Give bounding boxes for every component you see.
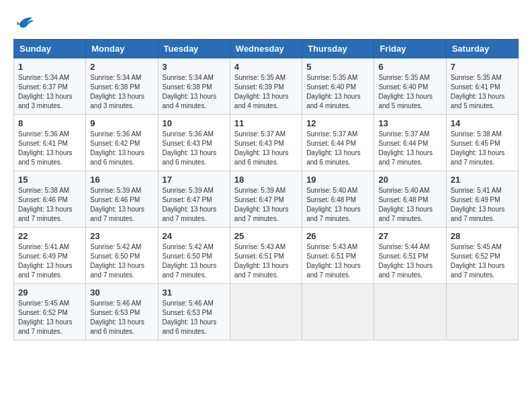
day-number: 29 bbox=[18, 287, 81, 298]
day-info: Sunrise: 5:34 AMSunset: 6:38 PMDaylight:… bbox=[90, 73, 153, 111]
day-number: 7 bbox=[451, 62, 514, 72]
calendar-cell: 21Sunrise: 5:41 AMSunset: 6:49 PMDayligh… bbox=[446, 171, 518, 228]
calendar-cell: 22Sunrise: 5:41 AMSunset: 6:49 PMDayligh… bbox=[14, 228, 86, 284]
day-info: Sunrise: 5:36 AMSunset: 6:41 PMDaylight:… bbox=[18, 130, 81, 167]
calendar-week-1: 1Sunrise: 5:34 AMSunset: 6:37 PMDaylight… bbox=[14, 58, 519, 115]
calendar-cell: 26Sunrise: 5:43 AMSunset: 6:51 PMDayligh… bbox=[302, 228, 374, 284]
calendar-cell: 5Sunrise: 5:35 AMSunset: 6:40 PMDaylight… bbox=[302, 58, 374, 115]
day-info: Sunrise: 5:38 AMSunset: 6:46 PMDaylight:… bbox=[18, 186, 81, 224]
day-info: Sunrise: 5:40 AMSunset: 6:48 PMDaylight:… bbox=[306, 186, 369, 224]
calendar-cell: 17Sunrise: 5:39 AMSunset: 6:47 PMDayligh… bbox=[158, 171, 230, 228]
day-info: Sunrise: 5:37 AMSunset: 6:44 PMDaylight:… bbox=[378, 130, 441, 167]
calendar-cell: 15Sunrise: 5:38 AMSunset: 6:46 PMDayligh… bbox=[14, 171, 86, 228]
day-info: Sunrise: 5:37 AMSunset: 6:44 PMDaylight:… bbox=[306, 130, 369, 167]
day-number: 6 bbox=[378, 62, 441, 72]
calendar-cell: 11Sunrise: 5:37 AMSunset: 6:43 PMDayligh… bbox=[230, 115, 302, 171]
day-info: Sunrise: 5:38 AMSunset: 6:45 PMDaylight:… bbox=[451, 130, 514, 167]
header-day-tuesday: Tuesday bbox=[158, 40, 230, 58]
day-number: 3 bbox=[163, 62, 226, 72]
day-number: 9 bbox=[90, 118, 153, 128]
calendar-cell: 19Sunrise: 5:40 AMSunset: 6:48 PMDayligh… bbox=[302, 171, 374, 228]
calendar-cell: 25Sunrise: 5:43 AMSunset: 6:51 PMDayligh… bbox=[230, 228, 302, 284]
calendar-cell: 20Sunrise: 5:40 AMSunset: 6:48 PMDayligh… bbox=[374, 171, 446, 228]
day-info: Sunrise: 5:42 AMSunset: 6:50 PMDaylight:… bbox=[90, 242, 153, 280]
day-number: 30 bbox=[90, 287, 153, 298]
calendar-cell: 13Sunrise: 5:37 AMSunset: 6:44 PMDayligh… bbox=[374, 115, 446, 171]
day-number: 19 bbox=[306, 175, 369, 185]
day-number: 4 bbox=[234, 62, 298, 72]
calendar-header: SundayMondayTuesdayWednesdayThursdayFrid… bbox=[14, 40, 519, 58]
calendar-cell: 23Sunrise: 5:42 AMSunset: 6:50 PMDayligh… bbox=[86, 228, 158, 284]
calendar-week-3: 15Sunrise: 5:38 AMSunset: 6:46 PMDayligh… bbox=[14, 171, 519, 228]
day-number: 22 bbox=[18, 231, 81, 241]
header-day-monday: Monday bbox=[86, 40, 158, 58]
day-info: Sunrise: 5:46 AMSunset: 6:53 PMDaylight:… bbox=[90, 299, 153, 336]
day-info: Sunrise: 5:41 AMSunset: 6:49 PMDaylight:… bbox=[18, 242, 81, 280]
calendar-cell: 1Sunrise: 5:34 AMSunset: 6:37 PMDaylight… bbox=[14, 58, 86, 115]
day-info: Sunrise: 5:34 AMSunset: 6:38 PMDaylight:… bbox=[163, 73, 226, 111]
calendar-week-2: 8Sunrise: 5:36 AMSunset: 6:41 PMDaylight… bbox=[14, 115, 519, 171]
calendar-cell: 24Sunrise: 5:42 AMSunset: 6:50 PMDayligh… bbox=[158, 228, 230, 284]
day-info: Sunrise: 5:36 AMSunset: 6:42 PMDaylight:… bbox=[90, 130, 153, 167]
day-info: Sunrise: 5:35 AMSunset: 6:40 PMDaylight:… bbox=[378, 73, 441, 111]
day-info: Sunrise: 5:43 AMSunset: 6:51 PMDaylight:… bbox=[234, 242, 298, 280]
day-info: Sunrise: 5:36 AMSunset: 6:43 PMDaylight:… bbox=[163, 130, 226, 167]
day-number: 21 bbox=[451, 175, 514, 185]
day-number: 24 bbox=[163, 231, 226, 241]
calendar-cell bbox=[374, 284, 446, 340]
calendar-cell bbox=[302, 284, 374, 340]
day-number: 18 bbox=[234, 175, 298, 185]
header-day-wednesday: Wednesday bbox=[230, 40, 302, 58]
day-number: 2 bbox=[90, 62, 153, 72]
calendar-body: 1Sunrise: 5:34 AMSunset: 6:37 PMDaylight… bbox=[14, 58, 519, 340]
calendar-cell: 6Sunrise: 5:35 AMSunset: 6:40 PMDaylight… bbox=[374, 58, 446, 115]
calendar-cell: 2Sunrise: 5:34 AMSunset: 6:38 PMDaylight… bbox=[86, 58, 158, 115]
calendar-cell: 16Sunrise: 5:39 AMSunset: 6:46 PMDayligh… bbox=[86, 171, 158, 228]
header-row: SundayMondayTuesdayWednesdayThursdayFrid… bbox=[14, 40, 519, 58]
calendar-cell: 30Sunrise: 5:46 AMSunset: 6:53 PMDayligh… bbox=[86, 284, 158, 340]
day-number: 12 bbox=[306, 118, 369, 128]
day-info: Sunrise: 5:35 AMSunset: 6:39 PMDaylight:… bbox=[234, 73, 298, 111]
day-number: 17 bbox=[163, 175, 226, 185]
day-number: 20 bbox=[378, 175, 441, 185]
calendar-cell: 28Sunrise: 5:45 AMSunset: 6:52 PMDayligh… bbox=[446, 228, 518, 284]
day-info: Sunrise: 5:39 AMSunset: 6:47 PMDaylight:… bbox=[234, 186, 298, 224]
day-info: Sunrise: 5:34 AMSunset: 6:37 PMDaylight:… bbox=[18, 73, 81, 111]
day-info: Sunrise: 5:37 AMSunset: 6:43 PMDaylight:… bbox=[234, 130, 298, 167]
day-info: Sunrise: 5:44 AMSunset: 6:51 PMDaylight:… bbox=[378, 242, 441, 280]
header-day-thursday: Thursday bbox=[302, 40, 374, 58]
day-info: Sunrise: 5:39 AMSunset: 6:46 PMDaylight:… bbox=[90, 186, 153, 224]
calendar-cell: 3Sunrise: 5:34 AMSunset: 6:38 PMDaylight… bbox=[158, 58, 230, 115]
calendar-cell: 14Sunrise: 5:38 AMSunset: 6:45 PMDayligh… bbox=[446, 115, 518, 171]
day-number: 11 bbox=[234, 118, 298, 128]
day-number: 27 bbox=[378, 231, 441, 241]
calendar-week-5: 29Sunrise: 5:45 AMSunset: 6:52 PMDayligh… bbox=[14, 284, 519, 340]
page-header bbox=[13, 13, 519, 32]
calendar-cell: 10Sunrise: 5:36 AMSunset: 6:43 PMDayligh… bbox=[158, 115, 230, 171]
calendar-week-4: 22Sunrise: 5:41 AMSunset: 6:49 PMDayligh… bbox=[14, 228, 519, 284]
day-number: 13 bbox=[378, 118, 441, 128]
logo bbox=[13, 13, 38, 32]
day-number: 25 bbox=[234, 231, 298, 241]
calendar-cell bbox=[230, 284, 302, 340]
day-number: 5 bbox=[306, 62, 369, 72]
day-info: Sunrise: 5:35 AMSunset: 6:40 PMDaylight:… bbox=[306, 73, 369, 111]
header-day-friday: Friday bbox=[374, 40, 446, 58]
calendar-cell: 12Sunrise: 5:37 AMSunset: 6:44 PMDayligh… bbox=[302, 115, 374, 171]
logo-bird-icon bbox=[13, 13, 35, 32]
day-info: Sunrise: 5:45 AMSunset: 6:52 PMDaylight:… bbox=[18, 299, 81, 336]
day-info: Sunrise: 5:45 AMSunset: 6:52 PMDaylight:… bbox=[451, 242, 514, 280]
calendar-cell bbox=[446, 284, 518, 340]
day-number: 14 bbox=[451, 118, 514, 128]
day-number: 28 bbox=[451, 231, 514, 241]
calendar-cell: 18Sunrise: 5:39 AMSunset: 6:47 PMDayligh… bbox=[230, 171, 302, 228]
day-number: 1 bbox=[18, 62, 81, 72]
calendar-cell: 4Sunrise: 5:35 AMSunset: 6:39 PMDaylight… bbox=[230, 58, 302, 115]
header-day-saturday: Saturday bbox=[446, 40, 518, 58]
calendar-cell: 9Sunrise: 5:36 AMSunset: 6:42 PMDaylight… bbox=[86, 115, 158, 171]
calendar-table: SundayMondayTuesdayWednesdayThursdayFrid… bbox=[13, 39, 519, 340]
day-info: Sunrise: 5:43 AMSunset: 6:51 PMDaylight:… bbox=[306, 242, 369, 280]
day-number: 8 bbox=[18, 118, 81, 128]
calendar-cell: 8Sunrise: 5:36 AMSunset: 6:41 PMDaylight… bbox=[14, 115, 86, 171]
day-info: Sunrise: 5:35 AMSunset: 6:41 PMDaylight:… bbox=[451, 73, 514, 111]
